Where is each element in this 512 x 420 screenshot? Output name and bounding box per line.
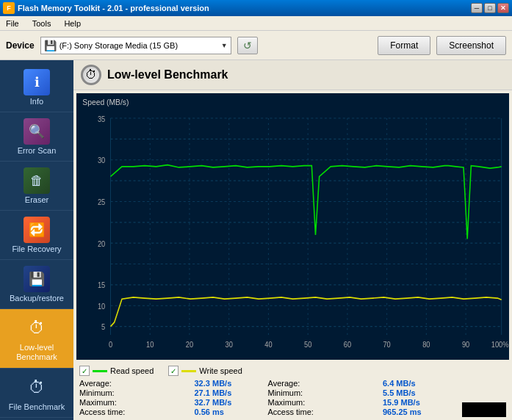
sidebar-item-backup-restore[interactable]: 💾 Backup/restore [0,260,73,309]
benchmark-title: Low-level Benchmark [107,68,228,82]
read-legend: ✓ Read speed [79,366,154,376]
write-access: Access time: 965.25 ms [268,408,442,416]
write-maximum-value: 15.9 MB/s [383,398,441,407]
sidebar-item-eraser[interactable]: 🗑 Eraser [0,162,73,211]
write-color-swatch [181,370,196,372]
backup-icon: 💾 [24,266,50,292]
device-bar: Device 💾 (F:) Sony Storage Media (15 GB)… [0,31,512,60]
close-button[interactable]: ✕ [497,3,509,13]
legend-row: ✓ Read speed ✓ Write speed [79,366,506,376]
drive-icon: 💾 [44,40,57,51]
write-average-value: 6.4 MB/s [383,379,441,388]
device-label: Device [6,40,35,51]
title-bar: F Flash Memory Toolkit - 2.01 - professi… [0,0,512,16]
benchmark-header: ⏱ Low-level Benchmark [73,60,512,90]
file-recovery-icon: 🔁 [24,217,50,243]
sidebar: ℹ Info 🔍 Error Scan 🗑 Eraser 🔁 File Reco… [0,60,73,420]
benchmark-clock-icon: ⏱ [81,65,101,85]
read-access: Access time: 0.56 ms [79,408,253,416]
write-access-value: 965.25 ms [383,408,441,416]
app-icon: F [3,2,15,14]
menu-help[interactable]: Help [61,18,84,29]
sidebar-item-low-level-benchmark[interactable]: ⏱ Low-level Benchmark [0,309,73,369]
svg-text:30: 30 [98,156,106,165]
write-minimum: Minimum: 5.5 MB/s [268,388,442,397]
svg-text:20: 20 [98,239,106,248]
svg-rect-0 [76,93,509,360]
write-checkbox[interactable]: ✓ [168,366,179,376]
chart-area: Speed (MB/s) 35 30 25 20 15 10 [76,93,509,360]
sidebar-label-file-recovery: File Recovery [12,245,61,253]
sidebar-label-low-benchmark: Low-level Benchmark [3,343,71,362]
bottom-area: ✓ Read speed ✓ Write speed Average: 32.3… [73,363,512,420]
screenshot-button[interactable]: Screenshot [436,36,506,55]
read-average-value: 32.3 MB/s [195,379,253,388]
read-maximum: Maximum: 32.7 MB/s [79,398,253,407]
main-layout: ℹ Info 🔍 Error Scan 🗑 Eraser 🔁 File Reco… [0,60,512,420]
svg-text:60: 60 [344,341,352,350]
svg-text:90: 90 [462,341,470,350]
write-average: Average: 6.4 MB/s [268,379,442,388]
sidebar-item-file-benchmark[interactable]: ⏱ File Benchmark [0,369,73,418]
refresh-icon: ↺ [243,40,252,51]
svg-text:25: 25 [98,198,106,207]
low-benchmark-icon: ⏱ [24,315,50,341]
sidebar-item-info[interactable]: ℹ Info [0,63,73,112]
app-title: Flash Memory Toolkit - 2.01 - profession… [18,4,209,12]
svg-text:5: 5 [101,323,106,332]
format-button[interactable]: Format [378,36,430,55]
black-bar [462,402,506,417]
sidebar-label-file-benchmark: File Benchmark [9,402,65,411]
svg-text:40: 40 [264,341,273,350]
eraser-icon: 🗑 [24,167,50,194]
benchmark-chart: Speed (MB/s) 35 30 25 20 15 10 [76,93,509,360]
read-legend-label: Read speed [110,366,154,375]
write-legend-label: Write speed [199,366,242,375]
minimize-button[interactable]: ─ [471,3,483,13]
svg-text:10: 10 [146,341,154,350]
write-stats: Average: 6.4 MB/s Minimum: 5.5 MB/s Maxi… [268,379,442,417]
sidebar-item-file-recovery[interactable]: 🔁 File Recovery [0,211,73,260]
device-text: (F:) Sony Storage Media (15 GB) [60,41,178,50]
write-access-label: Access time: [268,408,314,416]
write-legend: ✓ Write speed [168,366,242,376]
device-dropdown[interactable]: 💾 (F:) Sony Storage Media (15 GB) ▼ [40,37,231,54]
write-maximum-label: Maximum: [268,398,306,407]
maximize-button[interactable]: □ [484,3,496,13]
read-minimum-value: 27.1 MB/s [195,388,253,397]
refresh-button[interactable]: ↺ [237,37,258,54]
sidebar-item-error-scan[interactable]: 🔍 Error Scan [0,112,73,162]
sidebar-label-eraser: Eraser [25,195,48,204]
write-average-label: Average: [268,379,300,388]
svg-text:70: 70 [383,341,391,350]
svg-text:10: 10 [98,302,106,311]
dropdown-arrow-icon: ▼ [221,42,228,49]
svg-text:30: 30 [226,341,234,350]
svg-text:15: 15 [98,281,106,290]
read-minimum-label: Minimum: [79,388,115,397]
write-minimum-label: Minimum: [268,388,303,397]
menu-file[interactable]: File [3,18,22,29]
read-checkbox[interactable]: ✓ [79,366,90,376]
sidebar-label-error-scan: Error Scan [18,146,57,155]
menu-tools[interactable]: Tools [29,18,54,29]
svg-text:80: 80 [422,341,430,350]
read-color-swatch [93,370,107,372]
stats-row: Average: 32.3 MB/s Minimum: 27.1 MB/s Ma… [79,379,506,417]
svg-text:0: 0 [109,341,113,350]
content-area: ⏱ Low-level Benchmark Speed (MB/s) [73,60,512,420]
file-benchmark-icon: ⏱ [24,374,50,401]
svg-text:100%: 100% [491,341,509,350]
y-axis-label: Speed (MB/s) [82,97,129,106]
write-minimum-value: 5.5 MB/s [383,388,441,397]
read-minimum: Minimum: 27.1 MB/s [79,388,253,397]
info-icon: ℹ [24,69,50,95]
read-average-label: Average: [79,379,112,388]
window-controls: ─ □ ✕ [471,3,509,13]
svg-text:35: 35 [98,115,106,123]
read-access-label: Access time: [79,408,125,416]
read-stats: Average: 32.3 MB/s Minimum: 27.1 MB/s Ma… [79,379,253,417]
menu-bar: File Tools Help [0,16,512,31]
sidebar-label-info: Info [30,97,43,106]
error-scan-icon: 🔍 [24,118,50,145]
